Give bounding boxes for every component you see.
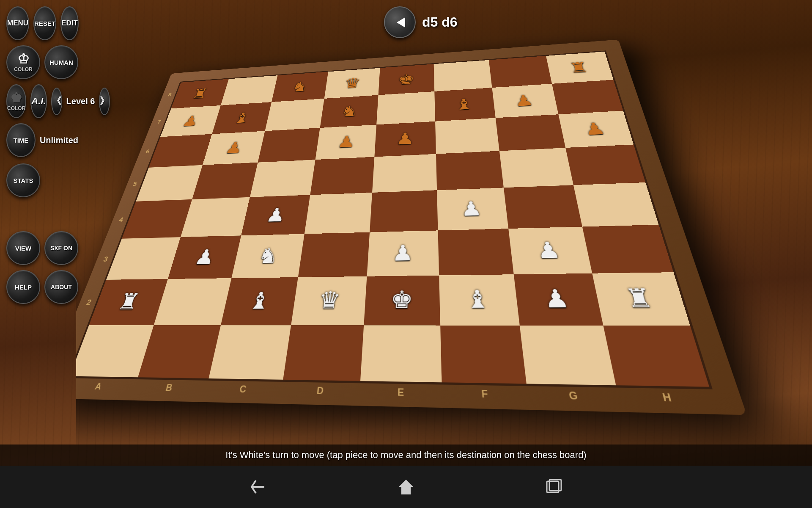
square-h2[interactable]: ♜: [592, 272, 690, 326]
square-f3[interactable]: [438, 229, 514, 275]
square-g5[interactable]: [499, 148, 573, 188]
time-button[interactable]: TIME: [6, 123, 36, 157]
square-b8[interactable]: [221, 75, 278, 105]
home-nav-button[interactable]: [395, 476, 417, 497]
color1-button[interactable]: ♔ COLOR: [6, 45, 40, 79]
square-f6[interactable]: [435, 118, 499, 154]
undo-arrow-icon: [391, 14, 408, 31]
square-e4[interactable]: [370, 190, 438, 232]
view-button[interactable]: VIEW: [6, 231, 40, 265]
square-f5[interactable]: [436, 151, 503, 190]
square-e3[interactable]: ♟: [367, 230, 439, 276]
recent-apps-nav-button[interactable]: [543, 476, 565, 497]
square-e5[interactable]: [372, 154, 437, 193]
rank-5: 5: [129, 181, 140, 188]
square-b7[interactable]: ♝: [212, 102, 272, 134]
file-f: F: [481, 388, 488, 403]
square-f4[interactable]: ♟: [437, 188, 509, 230]
square-c4[interactable]: ♟: [241, 195, 310, 235]
square-c6[interactable]: [258, 128, 320, 163]
square-d3[interactable]: [298, 232, 370, 277]
square-g8[interactable]: [489, 56, 552, 88]
square-e8[interactable]: ♚: [379, 64, 434, 95]
square-f8[interactable]: [433, 60, 492, 91]
color1-label: COLOR: [14, 66, 32, 72]
square-c5[interactable]: [250, 160, 315, 197]
square-d4[interactable]: [304, 193, 372, 234]
color2-row: ♚ COLOR A.I. 《 Level 6 》: [6, 84, 78, 118]
recent-apps-nav-icon: [543, 476, 565, 497]
square-g3[interactable]: ♟: [508, 226, 592, 274]
square-g6[interactable]: [496, 114, 565, 151]
square-a6[interactable]: [149, 134, 212, 168]
square-e6[interactable]: ♟: [374, 121, 436, 157]
square-d8[interactable]: ♛: [324, 68, 380, 99]
square-h7[interactable]: [552, 80, 623, 114]
square-d5[interactable]: [310, 157, 374, 195]
square-h3[interactable]: [582, 225, 673, 273]
status-bar: It's White's turn to move (tap piece to …: [0, 444, 812, 466]
human-button[interactable]: HUMAN: [44, 45, 78, 79]
square-g7[interactable]: ♟: [492, 84, 558, 118]
undo-move-button[interactable]: [384, 6, 416, 38]
back-nav-icon: [247, 476, 269, 497]
square-h8[interactable]: ♜: [546, 52, 614, 84]
home-nav-icon: [395, 476, 417, 497]
top-controls-row: MENU RESET EDIT: [6, 6, 78, 40]
square-a8[interactable]: ♜: [171, 79, 229, 109]
square-f7[interactable]: ♝: [434, 88, 496, 121]
about-button[interactable]: ABOUT: [44, 270, 78, 304]
square-c1[interactable]: [208, 325, 291, 379]
chess-board-3d[interactable]: 8 7 6 5 4 3 2 1 A B C D E F G H: [76, 39, 747, 415]
square-d2[interactable]: ♛: [291, 276, 367, 325]
square-h4[interactable]: [573, 182, 658, 226]
white-king-icon: ♔: [17, 52, 30, 66]
time-value-display: Unlimited: [40, 135, 78, 145]
square-h6[interactable]: ♟: [558, 110, 634, 148]
square-c3[interactable]: ♞: [231, 234, 304, 278]
square-e1[interactable]: [360, 326, 442, 382]
square-f2[interactable]: ♝: [439, 274, 520, 326]
square-d6[interactable]: ♟: [315, 124, 376, 160]
square-b4[interactable]: [181, 197, 250, 237]
edit-button[interactable]: EDIT: [60, 6, 79, 40]
square-g2[interactable]: ♟: [514, 273, 603, 326]
file-e: E: [397, 387, 404, 401]
color1-row: ♔ COLOR HUMAN: [6, 45, 78, 79]
view-row: VIEW SXF ON: [6, 231, 78, 265]
prev-level-button[interactable]: 《: [51, 88, 62, 115]
square-h1[interactable]: [603, 326, 709, 387]
rank-8: 8: [165, 92, 175, 97]
square-h5[interactable]: [565, 145, 646, 185]
board-grid[interactable]: ♜ ♞ ♛ ♚ ♜ ♟ ♝ ♞ ♝ ♟ ♟: [76, 50, 713, 389]
square-d7[interactable]: ♞: [320, 95, 378, 127]
sxf-button[interactable]: SXF ON: [44, 231, 78, 265]
rank-4: 4: [115, 216, 127, 224]
board-outer-frame: 8 7 6 5 4 3 2 1 A B C D E F G H: [76, 39, 747, 415]
square-a5[interactable]: [136, 165, 202, 202]
square-g1[interactable]: [520, 326, 616, 385]
square-f1[interactable]: [440, 326, 526, 384]
square-a7[interactable]: ♟: [160, 105, 220, 137]
square-c8[interactable]: ♞: [272, 72, 328, 102]
rank-7: 7: [154, 119, 164, 125]
color2-button[interactable]: ♚ COLOR: [6, 84, 26, 118]
square-e2[interactable]: ♚: [364, 275, 440, 326]
back-nav-button[interactable]: [247, 476, 269, 497]
ai-button[interactable]: A.I.: [30, 84, 47, 118]
square-d1[interactable]: [283, 326, 364, 381]
square-b5[interactable]: [192, 163, 258, 199]
square-b3[interactable]: ♟: [168, 235, 241, 279]
file-b: B: [164, 382, 173, 396]
square-c7[interactable]: [265, 99, 324, 131]
svg-marker-2: [399, 480, 413, 487]
square-e7[interactable]: [376, 91, 435, 124]
reset-button[interactable]: RESET: [33, 6, 56, 40]
menu-button[interactable]: MENU: [6, 6, 29, 40]
square-c2[interactable]: ♝: [221, 277, 298, 325]
chess-board-area[interactable]: 8 7 6 5 4 3 2 1 A B C D E F G H: [76, 4, 812, 444]
stats-button[interactable]: STATS: [6, 163, 40, 197]
square-b6[interactable]: ♟: [202, 131, 265, 165]
help-button[interactable]: HELP: [6, 270, 40, 304]
square-g4[interactable]: [504, 185, 582, 229]
